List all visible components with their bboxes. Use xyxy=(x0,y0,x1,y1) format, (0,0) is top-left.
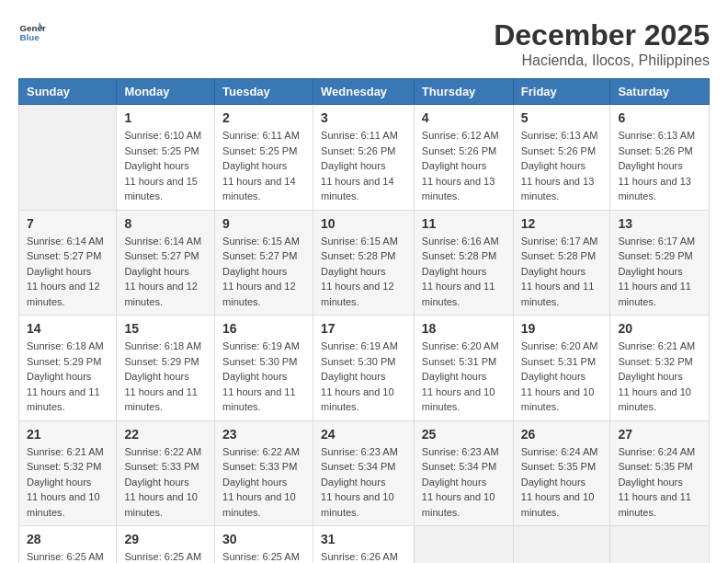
calendar-day-cell xyxy=(414,526,513,564)
calendar-week-row: 28 Sunrise: 6:25 AM Sunset: 5:36 PM Dayl… xyxy=(19,526,710,564)
day-number: 14 xyxy=(27,321,108,336)
day-info: Sunrise: 6:22 AM Sunset: 5:33 PM Dayligh… xyxy=(124,444,207,521)
daylight-value: 11 hours and 11 minutes. xyxy=(222,386,296,413)
calendar-week-row: 21 Sunrise: 6:21 AM Sunset: 5:32 PM Dayl… xyxy=(19,420,710,526)
sunset-label: Sunset: 5:28 PM xyxy=(521,250,596,261)
sunrise-label: Sunrise: 6:12 AM xyxy=(422,130,499,141)
sunrise-label: Sunrise: 6:22 AM xyxy=(222,446,300,457)
day-number: 1 xyxy=(124,110,207,125)
sunrise-label: Sunrise: 6:11 AM xyxy=(321,130,398,141)
daylight-value: 11 hours and 10 minutes. xyxy=(521,491,595,518)
day-number: 25 xyxy=(422,427,506,442)
daylight-value: 11 hours and 10 minutes. xyxy=(618,386,691,413)
sunrise-label: Sunrise: 6:24 AM xyxy=(618,446,695,457)
day-info: Sunrise: 6:15 AM Sunset: 5:27 PM Dayligh… xyxy=(222,234,305,310)
sunrise-label: Sunrise: 6:15 AM xyxy=(321,236,398,247)
day-info: Sunrise: 6:24 AM Sunset: 5:35 PM Dayligh… xyxy=(521,444,603,521)
calendar-day-cell: 26 Sunrise: 6:24 AM Sunset: 5:35 PM Dayl… xyxy=(513,420,610,526)
sunrise-label: Sunrise: 6:13 AM xyxy=(618,130,695,141)
sunset-label: Sunset: 5:25 PM xyxy=(124,145,199,156)
daylight-value: 11 hours and 13 minutes. xyxy=(422,176,495,202)
sunset-label: Sunset: 5:26 PM xyxy=(618,145,692,156)
logo-icon: General Blue xyxy=(18,18,46,46)
sunset-label: Sunset: 5:33 PM xyxy=(124,461,199,472)
daylight-label: Daylight hours xyxy=(521,371,586,382)
calendar-day-cell: 2 Sunrise: 6:11 AM Sunset: 5:25 PM Dayli… xyxy=(215,105,313,211)
day-number: 15 xyxy=(124,321,207,336)
day-number: 24 xyxy=(321,427,406,442)
calendar-day-cell: 10 Sunrise: 6:15 AM Sunset: 5:28 PM Dayl… xyxy=(313,210,415,316)
day-info: Sunrise: 6:11 AM Sunset: 5:25 PM Dayligh… xyxy=(222,128,305,204)
daylight-value: 11 hours and 11 minutes. xyxy=(618,281,691,307)
calendar-day-cell: 4 Sunrise: 6:12 AM Sunset: 5:26 PM Dayli… xyxy=(414,105,513,211)
calendar-table: SundayMondayTuesdayWednesdayThursdayFrid… xyxy=(18,78,710,563)
day-number: 28 xyxy=(27,532,108,546)
daylight-label: Daylight hours xyxy=(222,160,287,171)
sunset-label: Sunset: 5:31 PM xyxy=(521,356,596,367)
daylight-label: Daylight hours xyxy=(321,371,385,382)
calendar-day-cell: 20 Sunrise: 6:21 AM Sunset: 5:32 PM Dayl… xyxy=(610,316,710,421)
sunset-label: Sunset: 5:27 PM xyxy=(27,250,101,261)
daylight-label: Daylight hours xyxy=(222,477,287,488)
sunset-label: Sunset: 5:26 PM xyxy=(521,145,596,156)
calendar-day-cell: 3 Sunrise: 6:11 AM Sunset: 5:26 PM Dayli… xyxy=(313,105,415,211)
sunset-label: Sunset: 5:29 PM xyxy=(618,250,692,261)
calendar-day-cell: 6 Sunrise: 6:13 AM Sunset: 5:26 PM Dayli… xyxy=(610,105,710,211)
day-number: 19 xyxy=(521,321,603,336)
sunrise-label: Sunrise: 6:20 AM xyxy=(422,340,499,351)
weekday-header-cell: Sunday xyxy=(19,79,117,105)
day-number: 9 xyxy=(222,216,305,231)
sunrise-label: Sunrise: 6:16 AM xyxy=(422,236,499,247)
daylight-label: Daylight hours xyxy=(27,266,91,277)
daylight-label: Daylight hours xyxy=(124,371,188,382)
day-info: Sunrise: 6:16 AM Sunset: 5:28 PM Dayligh… xyxy=(422,234,506,310)
calendar-day-cell xyxy=(610,526,710,564)
calendar-day-cell: 31 Sunrise: 6:26 AM Sunset: 5:37 PM Dayl… xyxy=(313,526,415,564)
daylight-value: 11 hours and 11 minutes. xyxy=(521,281,595,307)
sunrise-label: Sunrise: 6:18 AM xyxy=(124,340,201,351)
sunset-label: Sunset: 5:32 PM xyxy=(618,356,692,367)
sunset-label: Sunset: 5:34 PM xyxy=(321,461,395,472)
weekday-header-cell: Saturday xyxy=(610,79,710,105)
day-number: 4 xyxy=(422,110,506,125)
sunrise-label: Sunrise: 6:22 AM xyxy=(124,446,201,457)
day-info: Sunrise: 6:23 AM Sunset: 5:34 PM Dayligh… xyxy=(422,444,506,521)
daylight-label: Daylight hours xyxy=(618,371,682,382)
sunset-label: Sunset: 5:28 PM xyxy=(321,250,395,261)
day-info: Sunrise: 6:17 AM Sunset: 5:29 PM Dayligh… xyxy=(618,234,701,310)
daylight-label: Daylight hours xyxy=(422,371,486,382)
calendar-day-cell: 16 Sunrise: 6:19 AM Sunset: 5:30 PM Dayl… xyxy=(215,316,313,421)
daylight-label: Daylight hours xyxy=(422,160,486,171)
calendar-day-cell: 7 Sunrise: 6:14 AM Sunset: 5:27 PM Dayli… xyxy=(19,210,117,316)
day-info: Sunrise: 6:18 AM Sunset: 5:29 PM Dayligh… xyxy=(124,339,207,415)
daylight-value: 11 hours and 10 minutes. xyxy=(124,491,198,518)
daylight-value: 11 hours and 12 minutes. xyxy=(27,281,100,307)
day-number: 10 xyxy=(321,216,406,231)
calendar-day-cell: 21 Sunrise: 6:21 AM Sunset: 5:32 PM Dayl… xyxy=(19,420,117,526)
sunset-label: Sunset: 5:33 PM xyxy=(222,461,297,472)
day-info: Sunrise: 6:25 AM Sunset: 5:36 PM Dayligh… xyxy=(27,549,108,563)
calendar-day-cell: 30 Sunrise: 6:25 AM Sunset: 5:37 PM Dayl… xyxy=(215,526,313,564)
month-title: December 2025 xyxy=(494,18,710,52)
sunrise-label: Sunrise: 6:13 AM xyxy=(521,130,598,141)
sunrise-label: Sunrise: 6:17 AM xyxy=(618,236,695,247)
day-info: Sunrise: 6:14 AM Sunset: 5:27 PM Dayligh… xyxy=(124,234,207,310)
sunrise-label: Sunrise: 6:26 AM xyxy=(321,551,398,562)
daylight-value: 11 hours and 13 minutes. xyxy=(618,176,691,202)
weekday-header-cell: Monday xyxy=(117,79,215,105)
day-number: 13 xyxy=(618,216,701,231)
day-number: 23 xyxy=(222,427,305,442)
calendar-day-cell: 28 Sunrise: 6:25 AM Sunset: 5:36 PM Dayl… xyxy=(19,526,117,564)
day-number: 20 xyxy=(618,321,701,336)
calendar-day-cell: 17 Sunrise: 6:19 AM Sunset: 5:30 PM Dayl… xyxy=(313,316,415,421)
day-number: 5 xyxy=(521,110,603,125)
day-number: 8 xyxy=(124,216,207,231)
sunrise-label: Sunrise: 6:14 AM xyxy=(124,236,201,247)
calendar-day-cell xyxy=(513,526,610,564)
daylight-value: 11 hours and 12 minutes. xyxy=(222,281,296,307)
day-info: Sunrise: 6:19 AM Sunset: 5:30 PM Dayligh… xyxy=(222,339,305,415)
day-info: Sunrise: 6:17 AM Sunset: 5:28 PM Dayligh… xyxy=(521,234,603,310)
day-info: Sunrise: 6:21 AM Sunset: 5:32 PM Dayligh… xyxy=(618,339,701,415)
daylight-value: 11 hours and 11 minutes. xyxy=(618,491,691,518)
sunrise-label: Sunrise: 6:11 AM xyxy=(222,130,300,141)
